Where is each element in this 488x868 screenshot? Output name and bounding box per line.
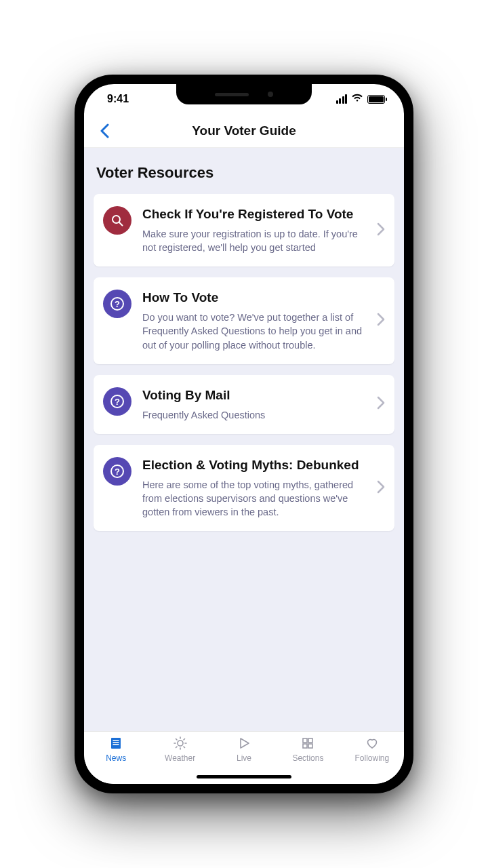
search-icon [103, 206, 131, 235]
question-icon: ? [103, 387, 131, 416]
back-button[interactable] [94, 120, 115, 142]
svg-line-17 [176, 739, 177, 741]
status-time: 9:41 [107, 93, 129, 105]
page-title: Your Voter Guide [84, 123, 404, 138]
live-icon [237, 736, 251, 751]
chevron-right-icon [377, 480, 385, 496]
svg-rect-22 [308, 738, 312, 743]
wifi-icon [351, 93, 363, 105]
svg-rect-10 [113, 742, 119, 743]
chevron-right-icon [377, 396, 385, 412]
card-title: Voting By Mail [142, 387, 363, 404]
content-area[interactable]: Voter Resources Check If You're Register… [84, 148, 404, 731]
svg-point-12 [178, 741, 183, 746]
svg-text:?: ? [115, 396, 120, 406]
svg-line-1 [119, 222, 123, 226]
signal-icon [336, 94, 348, 104]
resource-card-how-to-vote[interactable]: ? How To Vote Do you want to vote? We've… [94, 277, 394, 364]
phone-screen: 9:41 Your Voter Guide Voter Resources [84, 84, 404, 784]
tab-label: Weather [165, 753, 195, 763]
card-title: Election & Voting Myths: Debunked [142, 457, 363, 474]
card-desc: Make sure your registration is up to dat… [142, 227, 363, 255]
svg-text:?: ? [115, 466, 120, 476]
section-title: Voter Resources [96, 164, 392, 182]
home-indicator[interactable] [197, 775, 291, 778]
status-indicators [336, 93, 386, 105]
following-icon [365, 736, 379, 751]
resource-card-election-myths[interactable]: ? Election & Voting Myths: Debunked Here… [94, 445, 394, 532]
card-body: Voting By Mail Frequently Asked Question… [142, 387, 366, 422]
svg-line-19 [176, 747, 177, 748]
card-body: Check If You're Registered To Vote Make … [142, 206, 366, 254]
phone-frame: 9:41 Your Voter Guide Voter Resources [75, 75, 413, 793]
card-title: How To Vote [142, 290, 363, 307]
weather-icon [173, 736, 188, 751]
tab-following[interactable]: Following [340, 736, 404, 784]
tab-label: News [106, 753, 126, 763]
question-icon: ? [103, 457, 131, 486]
svg-rect-21 [303, 738, 307, 743]
tab-label: Live [237, 753, 251, 763]
news-icon [109, 736, 123, 751]
phone-notch [176, 84, 312, 104]
tab-label: Following [354, 753, 389, 763]
svg-rect-11 [113, 744, 119, 745]
battery-icon [367, 95, 385, 104]
svg-rect-23 [303, 744, 307, 748]
tab-news[interactable]: News [84, 736, 148, 784]
svg-rect-24 [308, 744, 312, 748]
question-icon: ? [103, 290, 131, 318]
chevron-right-icon [377, 313, 385, 329]
resource-card-check-registered[interactable]: Check If You're Registered To Vote Make … [94, 194, 394, 267]
svg-line-20 [184, 739, 185, 741]
card-desc: Frequently Asked Questions [142, 408, 363, 422]
svg-rect-8 [111, 738, 121, 749]
chevron-right-icon [377, 222, 385, 239]
card-body: Election & Voting Myths: Debunked Here a… [142, 457, 366, 519]
svg-rect-9 [113, 740, 119, 741]
svg-line-18 [184, 747, 185, 748]
card-desc: Do you want to vote? We've put together … [142, 311, 363, 352]
chevron-left-icon [100, 123, 109, 138]
svg-text:?: ? [115, 299, 120, 309]
resource-card-voting-by-mail[interactable]: ? Voting By Mail Frequently Asked Questi… [94, 375, 394, 434]
card-body: How To Vote Do you want to vote? We've p… [142, 290, 366, 352]
card-title: Check If You're Registered To Vote [142, 206, 363, 223]
tab-label: Sections [292, 753, 323, 763]
nav-header: Your Voter Guide [84, 114, 404, 148]
card-desc: Here are some of the top voting myths, g… [142, 478, 363, 519]
sections-icon [301, 736, 314, 751]
